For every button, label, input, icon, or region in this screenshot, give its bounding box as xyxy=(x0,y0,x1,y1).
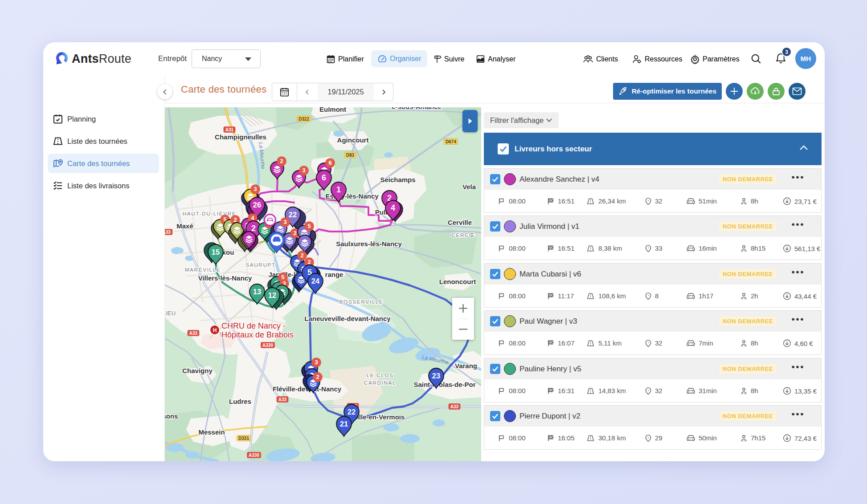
svg-text:2: 2 xyxy=(280,158,283,164)
svg-text:5: 5 xyxy=(307,223,311,229)
svg-text:Varang: Varang xyxy=(455,362,477,370)
svg-text:22: 22 xyxy=(289,211,297,219)
svg-text:MARÉVILLE: MARÉVILLE xyxy=(185,267,221,273)
svg-text:Agincourt: Agincourt xyxy=(337,136,369,144)
svg-text:4: 4 xyxy=(391,203,395,212)
svg-text:6: 6 xyxy=(322,173,326,182)
svg-text:Maxé: Maxé xyxy=(176,222,193,230)
svg-text:26: 26 xyxy=(253,201,261,209)
svg-text:RLIEU: RLIEU xyxy=(165,310,176,317)
svg-text:Seichamps: Seichamps xyxy=(380,176,415,183)
svg-text:Chavigny: Chavigny xyxy=(182,367,213,374)
svg-text:3: 3 xyxy=(302,167,305,174)
svg-text:A33: A33 xyxy=(278,397,287,402)
svg-text:D322: D322 xyxy=(299,117,309,122)
svg-text:3: 3 xyxy=(315,359,318,366)
svg-text:3: 3 xyxy=(283,219,286,225)
svg-text:2: 2 xyxy=(233,216,237,223)
svg-text:23: 23 xyxy=(432,372,440,380)
svg-text:21: 21 xyxy=(340,420,348,428)
svg-text:3: 3 xyxy=(254,186,257,192)
svg-text:2: 2 xyxy=(316,374,319,380)
svg-text:2: 2 xyxy=(300,252,303,259)
svg-text:BOSSERVILLE: BOSSERVILLE xyxy=(339,299,384,305)
svg-text:CARDINAL: CARDINAL xyxy=(364,380,396,386)
svg-text:Champigneulles: Champigneulles xyxy=(215,133,266,141)
svg-text:SAURUPT: SAURUPT xyxy=(245,262,276,268)
svg-text:A31: A31 xyxy=(225,127,234,132)
svg-text:A330: A330 xyxy=(249,453,259,458)
svg-text:22: 22 xyxy=(348,408,356,416)
svg-text:2: 2 xyxy=(293,230,296,236)
svg-text:CHRU de Nancy -: CHRU de Nancy - xyxy=(221,321,286,330)
svg-text:24: 24 xyxy=(311,277,320,285)
svg-text:2: 2 xyxy=(307,259,311,265)
svg-text:1: 1 xyxy=(336,185,341,194)
svg-text:Ludres: Ludres xyxy=(229,398,251,405)
svg-text:A33: A33 xyxy=(165,230,171,235)
svg-text:Laneuveville-devant-Nancy: Laneuveville-devant-Nancy xyxy=(304,315,391,322)
svg-text:D331: D331 xyxy=(238,436,249,441)
svg-text:xou: xou xyxy=(222,248,234,256)
svg-text:12: 12 xyxy=(268,291,276,299)
svg-text:D674: D674 xyxy=(446,139,456,144)
svg-text:A33: A33 xyxy=(189,331,198,336)
svg-text:Saint-N olas-de-Por: Saint-N olas-de-Por xyxy=(413,381,475,388)
svg-text:Saulxures-lès-Nancy: Saulxures-lès-Nancy xyxy=(336,240,402,248)
svg-text:4: 4 xyxy=(251,215,254,221)
svg-text:A330: A330 xyxy=(262,343,273,348)
svg-text:A33: A33 xyxy=(450,404,459,409)
svg-text:2: 2 xyxy=(251,224,256,233)
svg-text:sons: sons xyxy=(165,412,178,420)
svg-text:Lenoncourt: Lenoncourt xyxy=(439,278,476,285)
svg-text:Hôpitaux de Brabois: Hôpitaux de Brabois xyxy=(221,330,294,339)
svg-text:Vela: Vela xyxy=(462,183,476,191)
svg-text:Messein: Messein xyxy=(198,428,225,436)
svg-text:15: 15 xyxy=(212,248,220,256)
svg-text:CERCŒ: CERCŒ xyxy=(451,232,475,238)
svg-text:H: H xyxy=(213,327,217,333)
svg-text:HAUT-DU-LIÈVRE: HAUT-DU-LIÈVRE xyxy=(183,211,237,217)
svg-text:ille-en-Vermois: ille-en-Vermois xyxy=(357,413,405,421)
svg-text:13: 13 xyxy=(253,288,261,296)
svg-text:D83: D83 xyxy=(346,153,355,158)
svg-text:Villers-lès-Nancy: Villers-lès-Nancy xyxy=(198,274,252,282)
svg-text:6: 6 xyxy=(328,159,331,166)
svg-text:LE CLOS: LE CLOS xyxy=(366,372,393,378)
svg-text:Cerville: Cerville xyxy=(448,219,472,226)
svg-text:range: range xyxy=(325,271,344,278)
